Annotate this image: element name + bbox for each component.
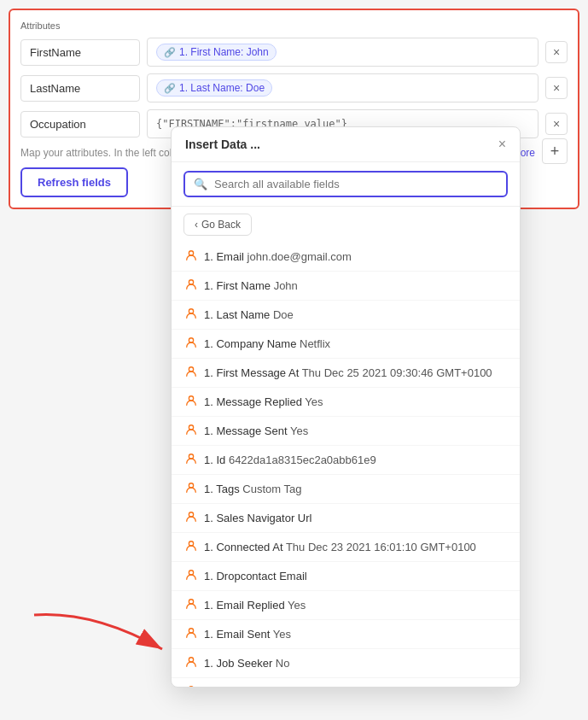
item-label: 1. Email Replied xyxy=(204,599,285,612)
search-input[interactable] xyxy=(214,178,498,190)
item-text: 1. Message Sent Yes xyxy=(204,424,308,437)
list-item[interactable]: 1. First Message At Thu Dec 25 2021 09:3… xyxy=(172,359,520,388)
list-item[interactable]: 1. Linkedin Url https://linkedin.com/in/… xyxy=(172,678,520,687)
insert-data-modal: Insert Data ... × 🔍 ‹ Go Back 1. Email j… xyxy=(171,126,521,688)
chip-lastname[interactable]: 🔗 1. Last Name: Doe xyxy=(156,79,272,97)
svg-point-9 xyxy=(191,372,192,372)
item-text: 1. Id 6422da1a8315ec2a0abb61e9 xyxy=(204,454,376,466)
item-label: 1. Job Seeker xyxy=(204,657,272,670)
person-link-icon xyxy=(185,395,197,409)
item-label: 1. Email xyxy=(204,250,244,263)
item-text: 1. Tags Custom Tag xyxy=(204,483,301,495)
modal-close-button[interactable]: × xyxy=(498,138,506,151)
person-link-icon xyxy=(185,453,197,467)
remove-firstname-button[interactable]: × xyxy=(545,41,568,63)
attr-value-lastname: 🔗 1. Last Name: Doe xyxy=(147,73,539,102)
list-item[interactable]: 1. Last Name Doe xyxy=(172,301,520,330)
person-link-icon xyxy=(185,627,197,641)
person-icon-2: 🔗 xyxy=(164,83,176,94)
attributes-label: Attributes xyxy=(20,20,568,31)
svg-point-10 xyxy=(189,396,193,401)
list-item[interactable]: 1. Email Sent Yes xyxy=(172,620,520,649)
item-text: 1. First Message At Thu Dec 25 2021 09:3… xyxy=(204,366,492,379)
item-text: 1. Message Replied Yes xyxy=(204,395,323,408)
list-item[interactable]: 1. Email Replied Yes xyxy=(172,591,520,620)
attr-value-firstname: 🔗 1. First Name: John xyxy=(147,38,539,67)
item-label: 1. Email Sent xyxy=(204,628,270,641)
person-link-icon xyxy=(185,598,197,612)
svg-point-5 xyxy=(191,313,192,314)
svg-point-7 xyxy=(191,342,192,343)
remove-occupation-button[interactable]: × xyxy=(545,113,568,135)
list-item[interactable]: 1. Email john.doe@gmail.com xyxy=(172,243,520,272)
remove-lastname-button[interactable]: × xyxy=(545,77,568,99)
attr-key-lastname[interactable] xyxy=(20,75,140,102)
svg-point-12 xyxy=(189,425,193,430)
search-icon: 🔍 xyxy=(194,178,207,190)
svg-point-16 xyxy=(189,483,193,488)
red-arrow xyxy=(26,606,179,666)
list-item[interactable]: 1. Company Name Netflix xyxy=(172,330,520,359)
item-label: 1. Linkedin Url xyxy=(204,686,275,687)
refresh-fields-button[interactable]: Refresh fields xyxy=(20,167,128,197)
item-label: 1. Message Replied xyxy=(204,395,302,408)
list-item[interactable]: 1. Message Sent Yes xyxy=(172,417,520,446)
item-text: 1. Linkedin Url https://linkedin.com/in/… xyxy=(204,686,428,687)
person-link-icon xyxy=(185,511,197,525)
svg-point-27 xyxy=(191,633,192,634)
svg-point-11 xyxy=(191,401,192,401)
item-label: 1. Last Name xyxy=(204,308,270,321)
person-link-icon xyxy=(185,656,197,670)
item-value: Netflix xyxy=(296,337,330,350)
add-attribute-button[interactable]: + xyxy=(542,138,568,164)
person-link-icon xyxy=(185,278,197,293)
svg-point-2 xyxy=(189,280,193,284)
item-text: 1. Email Replied Yes xyxy=(204,599,306,612)
item-value: Doe xyxy=(270,308,293,321)
item-value: Yes xyxy=(288,424,309,437)
list-item[interactable]: 1. Tags Custom Tag xyxy=(172,475,520,504)
item-label: 1. Id xyxy=(204,454,225,466)
modal-title: Insert Data ... xyxy=(185,138,260,151)
person-link-icon xyxy=(185,540,197,554)
item-value: Custom Tag xyxy=(240,483,302,495)
item-value: john.doe@gmail.com xyxy=(244,250,352,263)
svg-point-4 xyxy=(189,309,193,313)
search-box: 🔍 xyxy=(172,162,520,207)
item-value: Yes xyxy=(285,599,306,612)
list-item[interactable]: 1. Connected At Thu Dec 23 2021 16:01:10… xyxy=(172,533,520,562)
attribute-row-lastname: 🔗 1. Last Name: Doe × xyxy=(20,73,568,102)
item-value: 6422da1a8315ec2a0abb61e9 xyxy=(225,454,376,466)
svg-point-26 xyxy=(189,629,193,633)
item-label: 1. Connected At xyxy=(204,541,283,553)
svg-point-6 xyxy=(189,338,193,342)
person-link-icon xyxy=(185,685,197,687)
list-item[interactable]: 1. Dropcontact Email xyxy=(172,562,520,591)
item-value: https://linkedin.com/in/johndoe xyxy=(275,686,428,687)
svg-point-19 xyxy=(191,517,192,518)
svg-point-29 xyxy=(191,662,192,663)
item-text: 1. Last Name Doe xyxy=(204,308,294,321)
list-item[interactable]: 1. Message Replied Yes xyxy=(172,388,520,417)
item-value: Thu Dec 25 2021 09:30:46 GMT+0100 xyxy=(299,366,492,379)
list-item[interactable]: 1. Id 6422da1a8315ec2a0abb61e9 xyxy=(172,446,520,475)
person-link-icon xyxy=(185,337,197,351)
items-list: 1. Email john.doe@gmail.com 1. First Nam… xyxy=(172,243,520,687)
attr-key-occupation[interactable] xyxy=(20,111,140,138)
person-link-icon xyxy=(185,366,197,380)
person-link-icon xyxy=(185,424,197,438)
svg-point-20 xyxy=(189,541,193,546)
list-item[interactable]: 1. Job Seeker No xyxy=(172,649,520,678)
item-label: 1. First Name xyxy=(204,279,271,292)
list-item[interactable]: 1. First Name John xyxy=(172,272,520,301)
item-text: 1. Sales Navigator Url xyxy=(204,512,311,524)
list-item[interactable]: 1. Sales Navigator Url xyxy=(172,504,520,533)
attr-key-firstname[interactable] xyxy=(20,39,140,66)
item-label: 1. Sales Navigator Url xyxy=(204,512,311,524)
item-value: No xyxy=(272,657,289,670)
go-back-button[interactable]: ‹ Go Back xyxy=(183,214,252,236)
item-text: 1. First Name John xyxy=(204,279,298,292)
person-link-icon xyxy=(185,569,197,583)
item-text: 1. Email Sent Yes xyxy=(204,628,291,641)
chip-firstname[interactable]: 🔗 1. First Name: John xyxy=(156,44,277,61)
